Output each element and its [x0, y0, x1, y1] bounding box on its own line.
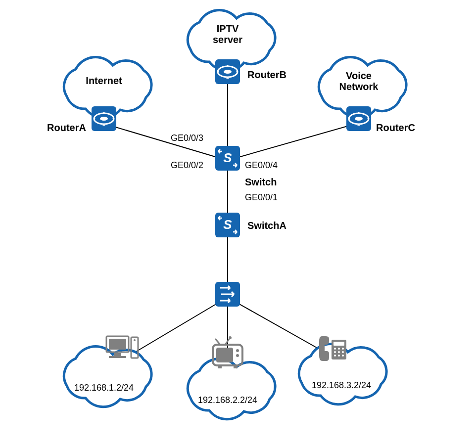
switch-main-icon	[215, 146, 240, 171]
link-hub-pc	[129, 302, 220, 356]
router-b-icon	[215, 59, 240, 84]
switch-port-3: GE0/0/3	[171, 133, 203, 143]
iptv-cloud-label-1: IPTV	[217, 23, 239, 34]
svg-point-17	[236, 349, 239, 352]
svg-point-29	[338, 355, 340, 357]
router-a-label: RouterA	[47, 122, 86, 133]
voice-cloud-label-1: Voice	[346, 70, 372, 81]
svg-rect-7	[109, 339, 126, 350]
svg-point-27	[342, 351, 344, 353]
network-diagram: S Internet RouterA IPTV server RouterB V…	[0, 0, 476, 448]
router-a-icon	[92, 106, 116, 131]
router-c-label: RouterC	[376, 122, 415, 133]
svg-rect-19	[218, 366, 222, 368]
tv-ip-label: 192.168.2.2/24	[198, 395, 257, 405]
switch-port-4: GE0/0/4	[245, 160, 278, 170]
router-b-label: RouterB	[247, 69, 286, 80]
pc-ip-label: 192.168.1.2/24	[74, 383, 134, 393]
svg-rect-31	[333, 342, 344, 346]
iptv-cloud-label-2: server	[213, 34, 242, 45]
svg-point-30	[342, 355, 344, 357]
svg-point-14	[229, 336, 232, 339]
switch-main-label: Switch	[245, 177, 277, 187]
svg-rect-9	[109, 356, 126, 358]
svg-point-25	[334, 351, 336, 353]
svg-point-24	[342, 348, 344, 350]
phone-ip-label: 192.168.3.2/24	[312, 380, 371, 390]
phone-icon	[319, 336, 346, 361]
switch-port-2: GE0/0/2	[171, 160, 203, 170]
link-routerc-switch	[235, 124, 356, 158]
svg-point-28	[334, 355, 336, 357]
router-c-icon	[346, 106, 371, 131]
svg-point-22	[334, 348, 336, 350]
switch-port-1: GE0/0/1	[245, 192, 278, 202]
svg-rect-8	[114, 353, 121, 356]
svg-rect-20	[234, 366, 238, 368]
svg-point-26	[338, 351, 340, 353]
voice-cloud-label-2: Network	[339, 81, 379, 92]
hub-icon	[215, 282, 240, 307]
switch-a-icon	[215, 213, 240, 237]
tv-cloud	[188, 358, 275, 419]
internet-cloud-label: Internet	[86, 75, 122, 86]
svg-rect-16	[216, 348, 233, 362]
svg-point-11	[134, 339, 136, 341]
svg-point-18	[236, 354, 239, 357]
svg-point-23	[338, 348, 340, 350]
switch-a-label: SwitchA	[247, 220, 286, 231]
